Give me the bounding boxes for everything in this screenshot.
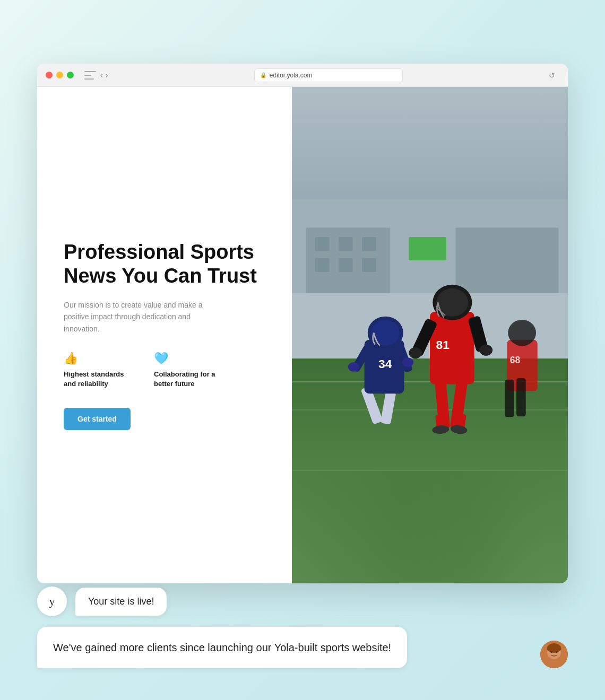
- svg-text:81: 81: [436, 338, 450, 352]
- chat-text-2: We've gained more clients since launchin…: [53, 642, 391, 653]
- chat-bubble-1: Your site is live!: [75, 588, 167, 616]
- yola-avatar: y: [37, 587, 67, 616]
- address-bar-container: 🔒 editor.yola.com: [115, 68, 542, 82]
- svg-point-48: [550, 651, 552, 653]
- sports-scene-svg: 34: [292, 87, 568, 583]
- browser-controls: ‹ ›: [84, 71, 108, 80]
- browser-chrome: ‹ › 🔒 editor.yola.com ↺: [37, 64, 568, 87]
- features-row: 👍 Highest standards and reliability 🩵 Co…: [64, 352, 265, 389]
- thumbs-up-icon: 👍: [64, 352, 133, 365]
- sports-image: 34: [292, 87, 568, 583]
- svg-rect-7: [339, 258, 352, 272]
- maximize-button[interactable]: [67, 72, 74, 78]
- minimize-button[interactable]: [56, 72, 63, 78]
- svg-rect-3: [315, 237, 329, 251]
- svg-point-24: [402, 357, 413, 367]
- svg-rect-42: [505, 380, 514, 417]
- feature-item-2: 🩵 Collaborating for a better future: [154, 352, 223, 389]
- hero-title: Professional Sports News You Can Trust: [64, 240, 265, 288]
- nav-arrows: ‹ ›: [100, 71, 108, 80]
- back-button[interactable]: ‹: [100, 71, 103, 80]
- heart-icon: 🩵: [154, 352, 223, 365]
- left-panel: Professional Sports News You Can Trust O…: [37, 87, 292, 583]
- feature-2-label: Collaborating for a better future: [154, 370, 223, 389]
- svg-text:68: 68: [510, 355, 521, 365]
- svg-rect-8: [362, 258, 376, 272]
- svg-rect-43: [516, 378, 526, 416]
- lock-icon: 🔒: [260, 72, 266, 78]
- address-bar[interactable]: 🔒 editor.yola.com: [254, 68, 403, 82]
- svg-point-23: [348, 362, 359, 372]
- hero-subtitle: Our mission is to create value and make …: [64, 299, 223, 335]
- svg-point-38: [479, 345, 492, 356]
- chat-bubble-2: We've gained more clients since launchin…: [37, 627, 407, 668]
- svg-point-37: [409, 347, 422, 358]
- svg-rect-4: [339, 237, 352, 251]
- user-avatar-image: [540, 641, 568, 668]
- get-started-button[interactable]: Get started: [64, 408, 131, 430]
- chat-text-1: Your site is live!: [88, 596, 154, 607]
- yola-avatar-letter: y: [49, 594, 55, 608]
- svg-rect-6: [315, 258, 329, 272]
- svg-rect-10: [455, 228, 558, 293]
- sidebar-toggle-button[interactable]: [84, 71, 96, 80]
- svg-rect-5: [362, 237, 376, 251]
- feature-1-label: Highest standards and reliability: [64, 370, 133, 389]
- browser-window: ‹ › 🔒 editor.yola.com ↺ Professional Spo…: [37, 64, 568, 583]
- chat-message-2: We've gained more clients since launchin…: [37, 627, 568, 668]
- feature-item-1: 👍 Highest standards and reliability: [64, 352, 133, 389]
- user-avatar: [540, 641, 568, 668]
- forward-button[interactable]: ›: [105, 71, 108, 80]
- svg-text:34: 34: [378, 357, 392, 371]
- url-text: editor.yola.com: [270, 72, 313, 79]
- chat-message-1: y Your site is live!: [37, 587, 568, 616]
- reload-icon[interactable]: ↺: [549, 71, 555, 80]
- svg-point-40: [508, 320, 536, 346]
- svg-point-20: [371, 320, 400, 346]
- browser-content: Professional Sports News You Can Trust O…: [37, 87, 568, 583]
- right-panel: 34: [292, 87, 568, 583]
- svg-point-49: [556, 651, 558, 653]
- svg-rect-9: [409, 237, 446, 260]
- traffic-lights: [46, 72, 74, 78]
- chat-area: y Your site is live! We've gained more c…: [37, 587, 568, 668]
- close-button[interactable]: [46, 72, 53, 78]
